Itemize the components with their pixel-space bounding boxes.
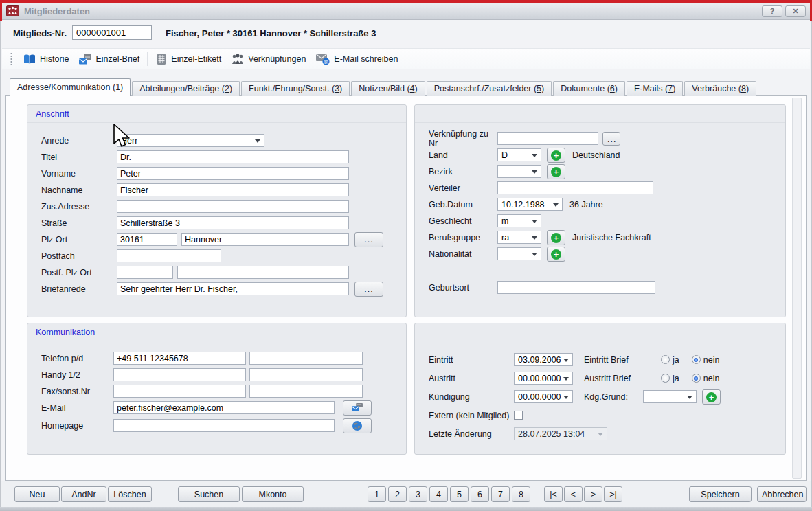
vorname-input[interactable]	[117, 167, 349, 180]
send-email-button[interactable]	[343, 400, 372, 416]
neu-button[interactable]: Neu	[14, 486, 60, 502]
land-add-button[interactable]: +	[547, 148, 565, 163]
page-2-button[interactable]: 2	[388, 486, 407, 502]
nav-prev-button[interactable]: <	[564, 486, 583, 502]
einzel-brief-toolbar-button[interactable]: Einzel-Brief	[74, 51, 144, 67]
fax1-input[interactable]	[113, 385, 246, 398]
austritt-select[interactable]: 00.00.0000	[514, 372, 573, 385]
kommunikation-panel: Kommunikation Telefon p/d Handy 1/2 Fax/…	[27, 323, 407, 455]
anrede-select[interactable]: Herr	[117, 134, 264, 147]
titel-input[interactable]	[117, 150, 349, 163]
suchen-button[interactable]: Suchen	[178, 486, 240, 502]
label-sheet-icon	[155, 53, 168, 65]
tab-dokumente[interactable]: Dokumente (6)	[553, 81, 625, 96]
verteiler-input[interactable]	[497, 181, 653, 194]
eintritt-select[interactable]: 03.09.2006	[514, 353, 573, 366]
kuendigung-select[interactable]: 00.00.0000	[514, 390, 573, 403]
postfach-input[interactable]	[117, 249, 221, 262]
telefon1-input[interactable]	[113, 352, 246, 365]
geburtsort-input[interactable]	[497, 281, 655, 294]
bezirk-select[interactable]	[497, 165, 541, 178]
gebdatum-select[interactable]: 10.12.1988	[497, 198, 563, 211]
speichern-button[interactable]: Speichern	[689, 486, 752, 502]
open-homepage-button[interactable]	[343, 418, 372, 433]
page-8-button[interactable]: 8	[512, 486, 530, 502]
zusadresse-label: Zus.Adresse	[41, 202, 117, 212]
aendnr-button[interactable]: ÄndNr	[61, 486, 106, 502]
help-button[interactable]: ?	[762, 5, 782, 17]
bezirk-add-button[interactable]: +	[547, 164, 565, 179]
handy1-input[interactable]	[113, 368, 246, 381]
tab-emails[interactable]: E-Mails (7)	[627, 81, 683, 96]
loeschen-button[interactable]: Löschen	[108, 486, 152, 502]
page-7-button[interactable]: 7	[491, 486, 510, 502]
einzel-etikett-toolbar-button[interactable]: Einzel-Etikett	[150, 51, 226, 67]
briefanrede-input[interactable]	[117, 282, 349, 295]
page-5-button[interactable]: 5	[450, 486, 469, 502]
briefanrede-lookup-button[interactable]: ...	[354, 282, 383, 297]
people-group-icon	[231, 53, 245, 65]
austritt-brief-nein-radio[interactable]	[692, 374, 701, 383]
verknuepfung-lookup-button[interactable]: ...	[602, 132, 620, 146]
mkonto-button[interactable]: Mkonto	[242, 486, 304, 502]
nachname-input[interactable]	[117, 183, 349, 196]
app-logo-icon	[6, 5, 19, 16]
verknuepfungen-toolbar-button[interactable]: Verknüpfungen	[226, 51, 311, 67]
kdggrund-add-button[interactable]: +	[702, 389, 721, 405]
tab-postanschrf-zusatzfelder[interactable]: Postanschrf./Zusatzfelder (5)	[427, 81, 552, 96]
vorname-row: Vorname	[41, 167, 406, 180]
send-email-icon	[351, 402, 363, 413]
page-1-button[interactable]: 1	[368, 486, 386, 502]
page-4-button[interactable]: 4	[429, 486, 448, 502]
verknuepfung-input[interactable]	[497, 132, 598, 145]
plz-input[interactable]	[117, 233, 177, 246]
strasse-input[interactable]	[117, 216, 349, 229]
tab-verbraeuche[interactable]: Verbräuche (8)	[684, 81, 756, 96]
member-summary: Fischer, Peter * 30161 Hannover * Schill…	[166, 28, 376, 38]
abbrechen-button[interactable]: Abbrechen	[757, 486, 807, 502]
nav-next-button[interactable]: >	[584, 486, 602, 502]
member-no-input[interactable]	[72, 25, 152, 40]
tab-funkt-ehrung-sonst[interactable]: Funkt./Ehrung/Sonst. (3)	[241, 81, 350, 96]
toolbar-gripper[interactable]	[10, 52, 12, 66]
historie-toolbar-button[interactable]: Historie	[18, 51, 74, 67]
handy2-input[interactable]	[249, 368, 363, 381]
fax2-input[interactable]	[249, 385, 363, 398]
tab-abteilungen-beitraege[interactable]: Abteilungen/Beiträge (2)	[132, 81, 240, 96]
tab-adresse-kommunikation[interactable]: Adresse/Kommunikation (1)	[10, 78, 131, 96]
ort-input[interactable]	[181, 233, 349, 246]
close-button[interactable]: ✕	[785, 5, 806, 17]
page-6-button[interactable]: 6	[471, 486, 489, 502]
geschlecht-select[interactable]: m	[497, 214, 541, 227]
berufsgruppe-select[interactable]: ra	[497, 231, 541, 244]
geburtsort-label: Geburtsort	[429, 283, 497, 293]
email-schreiben-toolbar-button[interactable]: @ E-Mail schreiben	[311, 50, 403, 67]
berufsgruppe-add-button[interactable]: +	[547, 230, 565, 245]
postfach-row: Postfach	[41, 249, 406, 262]
austritt-brief-ja-radio[interactable]	[661, 374, 670, 383]
nationalitaet-select[interactable]	[497, 247, 541, 260]
book-icon	[23, 53, 36, 65]
kdggrund-select[interactable]	[643, 390, 697, 403]
titel-row: Titel	[41, 150, 406, 163]
geschlecht-row: Geschlecht m	[429, 214, 785, 227]
extern-checkbox[interactable]	[514, 411, 523, 420]
telefon2-input[interactable]	[249, 352, 363, 365]
nav-last-button[interactable]: >|	[604, 486, 622, 502]
right-side-strip	[792, 98, 802, 479]
postf-plz-input[interactable]	[117, 266, 173, 279]
email-input[interactable]	[113, 401, 335, 414]
homepage-input[interactable]	[113, 419, 335, 432]
plzort-lookup-button[interactable]: ...	[354, 232, 383, 247]
eintritt-brief-ja-radio[interactable]	[661, 355, 670, 364]
page-3-button[interactable]: 3	[409, 486, 427, 502]
postf-ort-input[interactable]	[177, 266, 349, 279]
tab-notizen-bild[interactable]: Notizen/Bild (4)	[351, 81, 425, 96]
nav-first-button[interactable]: |<	[544, 486, 563, 502]
land-select[interactable]: D	[497, 148, 541, 161]
eintritt-brief-nein-radio[interactable]	[692, 355, 701, 364]
kommunikation-panel-title: Kommunikation	[27, 323, 406, 341]
zusadresse-input[interactable]	[117, 200, 349, 213]
eintritt-row: Eintritt 03.09.2006 Eintritt Brief ja ne…	[429, 353, 785, 366]
nationalitaet-add-button[interactable]: +	[547, 247, 565, 262]
